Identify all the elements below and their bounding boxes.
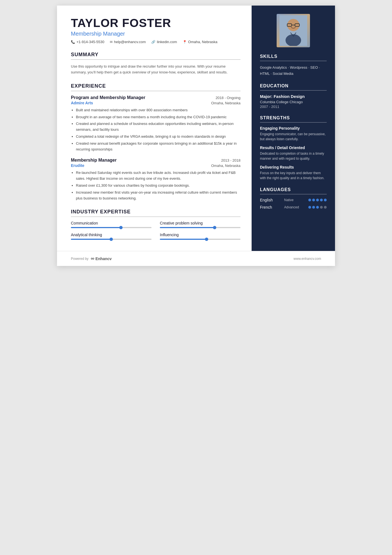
exp-dates-2: 2013 - 2018 — [221, 158, 240, 162]
footer-left: Powered by ∞ Enhancv — [71, 256, 112, 262]
lang-level-english: Native — [284, 198, 304, 202]
candidate-name: TAYLOR FOSTER — [71, 17, 240, 29]
bullet-item: Completed a total redesign of the VRGA w… — [76, 134, 240, 140]
education-title: EDUCATION — [260, 83, 327, 91]
dot — [320, 199, 323, 201]
expertise-label-creative: Creative problem solving — [160, 221, 240, 225]
expertise-grid: Communication Creative problem solving — [71, 221, 240, 240]
languages-section: LANGUAGES English Native French Advanced — [260, 187, 327, 209]
edu-years: 2007 - 2011 — [260, 105, 327, 109]
lang-level-french: Advanced — [284, 205, 304, 209]
expertise-item-communication: Communication — [71, 221, 152, 228]
languages-title: LANGUAGES — [260, 187, 327, 194]
summary-section: SUMMARY Use this opportunity to intrigue… — [71, 52, 240, 75]
progress-dot-influencing — [205, 238, 208, 241]
lang-dots-french — [308, 206, 327, 209]
lang-item-english: English Native — [260, 198, 327, 202]
bullet-item: Increased new member first visits year-o… — [76, 190, 240, 201]
bullet-item: Brought in an average of two new members… — [76, 114, 240, 120]
exp-entry-1: Program and Membership Manager 2018 - On… — [71, 95, 240, 152]
candidate-title: Membership Manager — [71, 31, 240, 37]
lang-dots-english — [308, 199, 327, 201]
lang-name-french: French — [260, 205, 279, 209]
education-section: EDUCATION Major: Fashion Design Columbia… — [260, 83, 327, 109]
expertise-label-analytical: Analytical thinking — [71, 233, 152, 237]
strength-desc-2: Dedicated to completion of tasks in a ti… — [260, 151, 327, 161]
email-item: ✉ help@enhancv.com — [110, 40, 146, 44]
strengths-section: STRENGTHS Engaging Personality Engaging … — [260, 115, 327, 181]
exp-job-title-1: Program and Membership Manager — [71, 95, 145, 100]
skills-text: Google Analytics · Wordpress · SEO · HTM… — [260, 65, 327, 77]
dot — [308, 199, 311, 201]
dot — [320, 206, 323, 209]
lang-item-french: French Advanced — [260, 205, 327, 209]
expertise-item-creative: Creative problem solving — [160, 221, 240, 228]
enhancv-logo-icon: ∞ — [91, 256, 94, 262]
phone-text: +1-914-345-5530 — [76, 40, 104, 44]
exp-location-2: Omaha, Nebraska — [211, 164, 241, 168]
dot — [312, 206, 315, 209]
progress-fill-influencing — [160, 239, 207, 240]
expertise-label-communication: Communication — [71, 221, 152, 225]
progress-bar-communication — [71, 227, 152, 228]
exp-header-1: Program and Membership Manager 2018 - On… — [71, 95, 240, 100]
strengths-title: STRENGTHS — [260, 115, 327, 123]
exp-company-row-1: Admire Arts Omaha, Nebraska — [71, 101, 240, 105]
skills-title: SKILLS — [260, 54, 327, 61]
strength-name-2: Results / Detail Oriented — [260, 145, 327, 150]
progress-fill-analytical — [71, 239, 111, 240]
email-icon: ✉ — [110, 40, 113, 44]
exp-header-2: Membership Manager 2013 - 2018 — [71, 158, 240, 163]
bullet-item: Raised over £1,300 for various charities… — [76, 183, 240, 189]
progress-fill-creative — [160, 227, 215, 228]
strength-desc-3: Focus on the key inputs and deliver them… — [260, 171, 327, 181]
location-item: 📍 Omaha, Nebraska — [183, 40, 218, 44]
dot — [308, 206, 311, 209]
lang-name-english: English — [260, 198, 279, 202]
expertise-title: INDUSTRY EXPERTISE — [71, 209, 240, 217]
brand-name: Enhancv — [95, 256, 111, 261]
exp-bullets-2: Re-launched Saturday night events such a… — [71, 170, 240, 201]
edu-major: Major: Fashion Design — [260, 94, 327, 99]
progress-dot-communication — [119, 226, 123, 229]
exp-location-1: Omaha, Nebraska — [211, 101, 241, 105]
progress-fill-communication — [71, 227, 121, 228]
progress-bar-creative — [160, 227, 240, 228]
resume-wrapper: TAYLOR FOSTER Membership Manager 📞 +1-91… — [57, 6, 335, 266]
progress-dot-creative — [213, 226, 216, 229]
strength-item-3: Delivering Results Focus on the key inpu… — [260, 165, 327, 181]
exp-company-1: Admire Arts — [71, 101, 93, 105]
exp-entry-2: Membership Manager 2013 - 2018 Erudite O… — [71, 158, 240, 201]
bullet-item: Re-launched Saturday night events such a… — [76, 170, 240, 182]
strength-item-1: Engaging Personality Engaging communicat… — [260, 126, 327, 142]
bullet-item: Created new annual benefit packages for … — [76, 141, 240, 152]
contact-info: 📞 +1-914-345-5530 ✉ help@enhancv.com 🔗 l… — [71, 40, 240, 44]
expertise-item-analytical: Analytical thinking — [71, 233, 152, 240]
linkedin-item: 🔗 linkedin.com — [151, 40, 177, 44]
experience-title: EXPERIENCE — [71, 83, 240, 91]
linkedin-text: linkedin.com — [157, 40, 177, 44]
footer: Powered by ∞ Enhancv www.enhancv.com — [57, 251, 335, 266]
bullet-item: Built and maintained relationships with … — [76, 107, 240, 113]
dot — [316, 199, 319, 201]
phone-icon: 📞 — [71, 40, 75, 44]
right-column: SKILLS Google Analytics · Wordpress · SE… — [252, 6, 335, 251]
footer-logo: ∞ Enhancv — [91, 256, 111, 262]
summary-title: SUMMARY — [71, 52, 240, 60]
website-text: www.enhancv.com — [294, 257, 321, 261]
left-column: TAYLOR FOSTER Membership Manager 📞 +1-91… — [57, 6, 252, 251]
name-title-block: TAYLOR FOSTER Membership Manager 📞 +1-91… — [71, 17, 240, 44]
strength-item-2: Results / Detail Oriented Dedicated to c… — [260, 145, 327, 161]
footer-right: www.enhancv.com — [294, 257, 321, 261]
dot — [324, 199, 327, 201]
strength-name-3: Delivering Results — [260, 165, 327, 169]
progress-bar-influencing — [160, 239, 240, 240]
exp-company-row-2: Erudite Omaha, Nebraska — [71, 163, 240, 168]
resume-body: TAYLOR FOSTER Membership Manager 📞 +1-91… — [57, 6, 335, 251]
dot — [324, 206, 327, 209]
bullet-item: Created and planned a schedule of busine… — [76, 121, 240, 133]
strength-name-1: Engaging Personality — [260, 126, 327, 130]
skills-section: SKILLS Google Analytics · Wordpress · SE… — [260, 54, 327, 77]
progress-dot-analytical — [110, 238, 113, 241]
experience-section: EXPERIENCE Program and Membership Manage… — [71, 83, 240, 201]
